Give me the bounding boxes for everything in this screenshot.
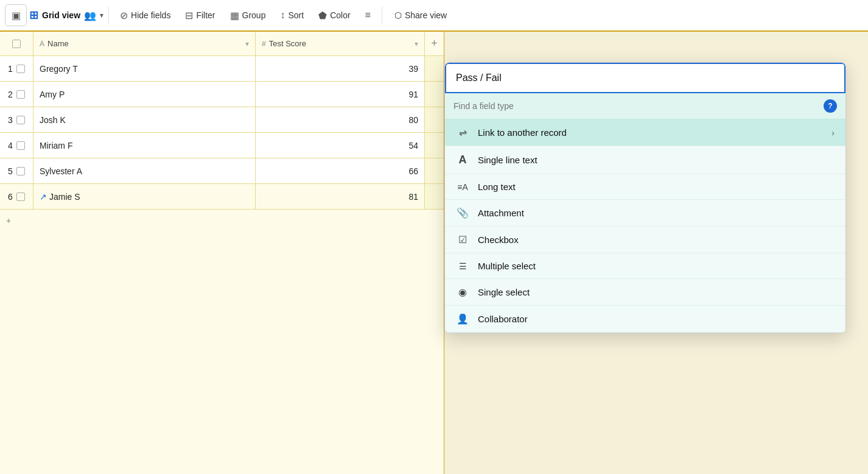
sidebar-toggle-button[interactable]: ▣ <box>5 4 27 26</box>
color-icon: ⬟ <box>318 10 327 21</box>
filter-button[interactable]: ⊟ Filter <box>179 6 221 25</box>
filter-icon: ⊟ <box>185 10 193 21</box>
checkbox-icon: ☑ <box>456 234 469 246</box>
field-type-dropdown: ? ⇌ Link to another record › A Single li… <box>444 62 846 333</box>
add-row-icon: + <box>6 216 11 225</box>
sort-icon: ↕ <box>280 10 285 21</box>
field-type-item-checkbox[interactable]: ☑ Checkbox <box>445 227 845 253</box>
row-6-name[interactable]: ↗ Jamie S <box>33 184 256 209</box>
row-2-name[interactable]: Amy P <box>33 82 256 107</box>
score-col-label: Test Score <box>269 39 306 48</box>
field-type-checkbox-label: Checkbox <box>478 235 519 245</box>
field-type-single-line-label: Single line text <box>478 155 537 165</box>
single-select-icon: ◉ <box>456 286 469 298</box>
table-header: A Name ▾ # Test Score ▾ + <box>0 32 444 56</box>
field-type-item-attachment[interactable]: 📎 Attachment <box>445 200 845 227</box>
attachment-icon: 📎 <box>456 207 469 219</box>
row-2-check[interactable]: 2 <box>0 82 33 107</box>
row-5-check[interactable]: 5 <box>0 158 33 183</box>
row-4-name[interactable]: Miriam F <box>33 133 256 158</box>
toolbar: ▣ ⊞ Grid view 👥 ▾ ⊘ Hide fields ⊟ Filter… <box>0 0 868 32</box>
row-3-name[interactable]: Josh K <box>33 107 256 132</box>
row-5-score[interactable]: 66 <box>256 158 425 183</box>
view-name-text: Grid view <box>42 10 80 20</box>
field-type-long-text-label: Long text <box>478 182 516 192</box>
row-2-score[interactable]: 91 <box>256 82 425 107</box>
sidebar-icon: ▣ <box>12 10 21 21</box>
field-type-multiple-select-label: Multiple select <box>478 261 536 271</box>
field-type-link-label: Link to another record <box>478 127 567 138</box>
field-type-item-single-line[interactable]: A Single line text <box>445 146 845 174</box>
field-type-item-long-text[interactable]: ≡A Long text <box>445 174 845 200</box>
field-type-single-select-label: Single select <box>478 287 530 297</box>
row-6-score[interactable]: 81 <box>256 184 425 209</box>
hide-fields-label: Hide fields <box>131 10 170 20</box>
row-1-checkbox[interactable] <box>16 65 25 73</box>
table-row: 2 Amy P 91 <box>0 82 444 107</box>
row-5-empty <box>425 158 444 183</box>
field-name-input[interactable] <box>445 63 845 93</box>
sort-button[interactable]: ↕ Sort <box>274 6 310 24</box>
header-add-col[interactable]: + <box>425 32 444 55</box>
row-6-empty <box>425 184 444 209</box>
table-row: 1 Gregory T 39 <box>0 56 444 82</box>
row-4-empty <box>425 133 444 158</box>
field-type-item-single-select[interactable]: ◉ Single select <box>445 279 845 306</box>
row-5-checkbox[interactable] <box>16 167 25 175</box>
row-3-score[interactable]: 80 <box>256 107 425 132</box>
field-type-item-link[interactable]: ⇌ Link to another record › <box>445 119 845 146</box>
row-1-name[interactable]: Gregory T <box>33 56 256 81</box>
row-4-checkbox[interactable] <box>16 141 25 150</box>
share-icon: ⬡ <box>394 10 402 20</box>
group-button[interactable]: ▦ Group <box>224 6 272 25</box>
row-3-checkbox[interactable] <box>16 116 25 124</box>
table-row: 6 ↗ Jamie S 81 <box>0 184 444 210</box>
field-type-attachment-label: Attachment <box>478 208 524 218</box>
table-row: 4 Miriam F 54 <box>0 133 444 158</box>
group-label: Group <box>242 10 266 20</box>
row-1-check[interactable]: 1 <box>0 56 33 81</box>
row-4-score[interactable]: 54 <box>256 133 425 158</box>
field-type-item-collaborator[interactable]: 👤 Collaborator <box>445 306 845 333</box>
share-view-button[interactable]: ⬡ Share view <box>387 7 454 24</box>
view-dropdown-arrow[interactable]: ▾ <box>100 12 103 19</box>
score-col-icon: # <box>262 40 266 48</box>
field-type-search-input[interactable] <box>453 101 819 111</box>
row-5-name[interactable]: Sylvester A <box>33 158 256 183</box>
grid-table: A Name ▾ # Test Score ▾ + 1 Gregory T 39 <box>0 32 444 474</box>
link-record-arrow: › <box>831 128 835 138</box>
hide-fields-button[interactable]: ⊘ Hide fields <box>114 6 177 25</box>
list-view-icon: ≡ <box>365 10 371 21</box>
grid-view-icon: ⊞ <box>29 9 38 22</box>
add-row-button[interactable]: + <box>0 210 444 232</box>
row-3-check[interactable]: 3 <box>0 107 33 132</box>
header-checkbox[interactable] <box>12 40 21 48</box>
sort-label: Sort <box>288 10 304 20</box>
filter-label: Filter <box>196 10 215 20</box>
field-type-item-multiple-select[interactable]: ☰ Multiple select <box>445 253 845 279</box>
header-check-col[interactable] <box>0 32 33 55</box>
link-record-icon: ⇌ <box>456 127 469 138</box>
expand-icon[interactable]: ↗ <box>40 192 47 202</box>
name-col-label: Name <box>47 39 69 48</box>
table-row: 3 Josh K 80 <box>0 107 444 133</box>
table-body: 1 Gregory T 39 2 Amy P 91 3 <box>0 56 444 210</box>
header-score-col[interactable]: # Test Score ▾ <box>256 32 425 55</box>
list-view-button[interactable]: ≡ <box>359 6 377 24</box>
help-button[interactable]: ? <box>824 99 837 113</box>
divider-1 <box>108 7 109 24</box>
name-col-sort: ▾ <box>245 40 249 48</box>
row-6-check[interactable]: 6 <box>0 184 33 209</box>
row-3-empty <box>425 107 444 132</box>
share-label: Share view <box>405 10 447 20</box>
long-text-icon: ≡A <box>456 182 469 192</box>
header-name-col[interactable]: A Name ▾ <box>33 32 256 55</box>
divider-2 <box>382 7 382 24</box>
row-1-score[interactable]: 39 <box>256 56 425 81</box>
color-button[interactable]: ⬟ Color <box>312 6 356 25</box>
row-2-checkbox[interactable] <box>16 90 25 99</box>
view-name-label: ⊞ Grid view 👥 ▾ <box>29 9 103 22</box>
row-4-check[interactable]: 4 <box>0 133 33 158</box>
users-icon: 👥 <box>84 10 96 21</box>
row-6-checkbox[interactable] <box>16 193 25 201</box>
